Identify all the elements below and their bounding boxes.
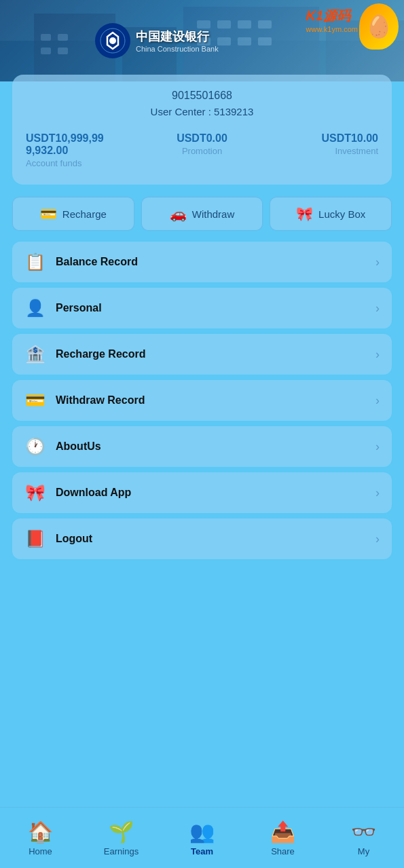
recharge-label: Recharge xyxy=(62,208,107,220)
menu-item-personal[interactable]: 👤 Personal › xyxy=(12,288,392,328)
recharge-icon: 💳 xyxy=(40,206,57,222)
logout-icon: 📕 xyxy=(24,529,46,548)
recharge-button[interactable]: 💳 Recharge xyxy=(12,197,134,231)
lucky-box-button[interactable]: 🎀 Lucky Box xyxy=(270,197,392,231)
brand-name: K1源码 xyxy=(306,7,358,25)
menu-item-about-us[interactable]: 🕐 AboutUs › xyxy=(12,426,392,467)
download-app-label: Download App xyxy=(56,487,366,499)
investment-item: USDT10.00 Investment xyxy=(261,132,378,168)
account-funds-item: USDT10,999,999,932.00 Account funds xyxy=(26,132,143,168)
recharge-record-icon: 🏦 xyxy=(24,345,46,364)
nav-item-team[interactable]: 👥 Team xyxy=(162,820,242,856)
action-buttons-row: 💳 Recharge 🚗 Withdraw 🎀 Lucky Box xyxy=(12,197,392,231)
balance-record-label: Balance Record xyxy=(56,256,366,268)
team-icon: 👥 xyxy=(189,820,215,844)
account-funds-label: Account funds xyxy=(26,158,143,168)
withdraw-record-label: Withdraw Record xyxy=(56,394,366,407)
withdraw-label: Withdraw xyxy=(192,208,235,220)
bank-subtitle: China Construction Bank xyxy=(136,45,219,53)
balance-record-icon: 📋 xyxy=(24,252,46,271)
investment-label: Investment xyxy=(261,146,378,156)
svg-rect-15 xyxy=(217,37,231,45)
earnings-label: Earnings xyxy=(104,846,139,856)
personal-chevron: › xyxy=(375,301,380,316)
my-label: My xyxy=(358,846,369,856)
investment-amount: USDT10.00 xyxy=(261,132,378,145)
withdraw-record-chevron: › xyxy=(375,394,380,408)
about-us-icon: 🕐 xyxy=(24,437,46,456)
earnings-icon: 🌱 xyxy=(109,820,134,844)
user-center: User Center : 5139213 xyxy=(26,106,378,117)
recharge-record-label: Recharge Record xyxy=(56,348,366,360)
my-icon: 👓 xyxy=(351,820,376,844)
home-label: Home xyxy=(29,846,52,856)
user-phone: 9015501668 xyxy=(26,90,378,102)
nav-item-my[interactable]: 👓 My xyxy=(323,820,404,856)
menu-item-download-app[interactable]: 🎀 Download App › xyxy=(12,472,392,513)
nav-item-share[interactable]: 📤 Share xyxy=(242,820,323,856)
svg-rect-7 xyxy=(58,34,68,41)
menu-item-withdraw-record[interactable]: 💳 Withdraw Record › xyxy=(12,380,392,421)
menu-list: 📋 Balance Record › 👤 Personal › 🏦 Rechar… xyxy=(12,242,392,559)
promotion-amount: USDT0.00 xyxy=(143,132,261,145)
logout-label: Logout xyxy=(56,533,366,545)
ccb-logo xyxy=(95,23,130,58)
share-label: Share xyxy=(271,846,295,856)
about-us-label: AboutUs xyxy=(56,440,366,453)
team-label: Team xyxy=(191,846,213,856)
main-card: 9015501668 User Center : 5139213 USDT10,… xyxy=(12,75,392,185)
promotion-item: USDT0.00 Promotion xyxy=(143,132,261,168)
svg-point-19 xyxy=(109,37,116,44)
svg-rect-12 xyxy=(238,20,251,29)
header-banner: 中国建设银行 China Construction Bank 🥚 K1源码 ww… xyxy=(0,0,404,81)
balance-row: USDT10,999,999,932.00 Account funds USDT… xyxy=(26,132,378,168)
about-us-chevron: › xyxy=(375,440,380,454)
lucky-box-label: Lucky Box xyxy=(318,208,365,220)
svg-rect-6 xyxy=(41,34,51,41)
bottom-nav: 🏠 Home 🌱 Earnings 👥 Team 📤 Share 👓 My xyxy=(0,807,404,868)
svg-rect-8 xyxy=(41,48,51,54)
withdraw-icon: 🚗 xyxy=(170,206,187,222)
svg-rect-11 xyxy=(217,20,231,29)
svg-rect-16 xyxy=(238,37,251,45)
promotion-label: Promotion xyxy=(143,146,261,156)
nav-item-home[interactable]: 🏠 Home xyxy=(0,820,81,856)
download-app-icon: 🎀 xyxy=(24,483,46,502)
bank-name: 中国建设银行 xyxy=(136,29,219,45)
lucky-box-icon: 🎀 xyxy=(296,206,313,222)
recharge-record-chevron: › xyxy=(375,347,380,362)
home-icon: 🏠 xyxy=(28,820,53,844)
menu-item-logout[interactable]: 📕 Logout › xyxy=(12,518,392,559)
svg-rect-9 xyxy=(58,48,68,54)
nav-item-earnings[interactable]: 🌱 Earnings xyxy=(81,820,162,856)
menu-item-recharge-record[interactable]: 🏦 Recharge Record › xyxy=(12,334,392,375)
logout-chevron: › xyxy=(375,532,380,546)
account-funds-amount: USDT10,999,999,932.00 xyxy=(26,132,143,157)
withdraw-button[interactable]: 🚗 Withdraw xyxy=(141,197,263,231)
watermark-logo: 🥚 xyxy=(359,3,399,50)
personal-icon: 👤 xyxy=(24,299,46,318)
withdraw-record-icon: 💳 xyxy=(24,391,46,410)
svg-rect-13 xyxy=(258,20,272,29)
balance-record-chevron: › xyxy=(375,255,380,269)
personal-label: Personal xyxy=(56,302,366,314)
brand-sub: www.k1ym.com xyxy=(306,25,358,33)
share-icon: 📤 xyxy=(270,820,295,844)
download-app-chevron: › xyxy=(375,486,380,500)
menu-item-balance-record[interactable]: 📋 Balance Record › xyxy=(12,242,392,282)
svg-rect-17 xyxy=(258,37,272,45)
